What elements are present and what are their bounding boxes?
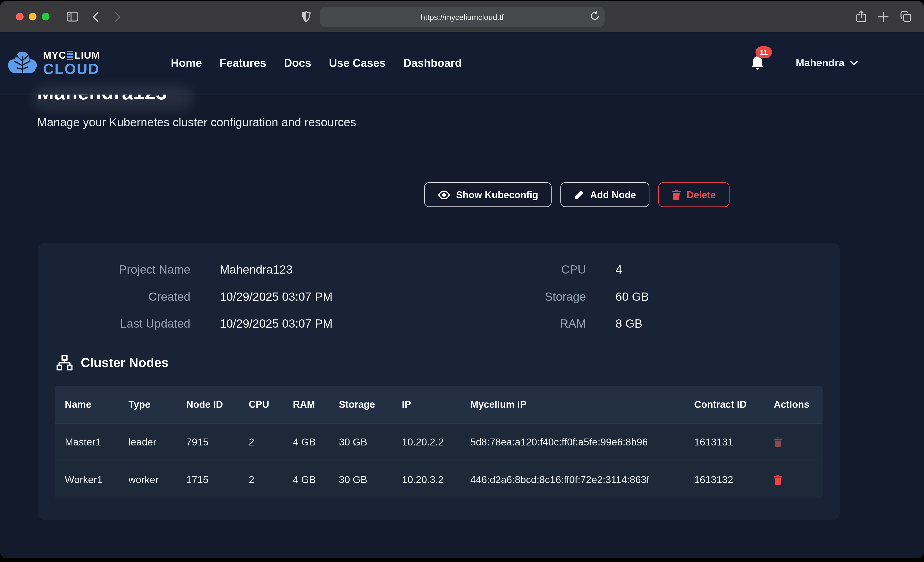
node-type: leader (118, 424, 176, 461)
nav-link-dashboard[interactable]: Dashboard (404, 57, 462, 70)
node-id: 7915 (176, 424, 239, 461)
cluster-nodes-table: Name Type Node ID CPU RAM Storage IP Myc… (55, 386, 823, 498)
info-row-cpu: CPU 4 (451, 263, 823, 277)
table-header-row: Name Type Node ID CPU RAM Storage IP Myc… (55, 386, 823, 423)
minimize-window-button[interactable] (29, 13, 37, 21)
node-cpu: 2 (239, 461, 283, 498)
info-row-last-updated: Last Updated 10/29/2025 03:07 PM (55, 317, 427, 331)
eye-icon (438, 190, 450, 199)
delete-node-button[interactable] (774, 475, 782, 485)
new-tab-icon[interactable] (878, 10, 889, 23)
col-name: Name (55, 386, 118, 423)
nav-link-features[interactable]: Features (219, 57, 266, 70)
site-navbar: MYCLIUM CLOUD Home Features Docs Use Cas… (0, 32, 924, 95)
forward-icon[interactable] (114, 11, 121, 22)
node-type: worker (118, 461, 176, 498)
nav-link-docs[interactable]: Docs (284, 57, 311, 70)
sidebar-toggle-icon[interactable] (67, 12, 78, 21)
pencil-icon (574, 190, 584, 200)
node-mycelium-ip: 5d8:78ea:a120:f40c:ff0f:a5fe:99e6:8b96 (460, 424, 684, 461)
node-id: 1715 (176, 461, 239, 498)
browser-chrome: https://myceliumcloud.tf (0, 1, 924, 32)
cluster-page: Mahendra123 Manage your Kubernetes clust… (0, 94, 924, 558)
node-name: Worker1 (55, 461, 118, 498)
table-row: Master1 leader 7915 2 4 GB 30 GB 10.20.2… (55, 423, 823, 461)
node-contract-id: 1613132 (684, 461, 764, 498)
sitemap-icon (57, 355, 73, 371)
section-title: Cluster Nodes (81, 355, 169, 371)
table-row: Worker1 worker 1715 2 4 GB 30 GB 10.20.3… (55, 461, 823, 498)
col-ram: RAM (283, 386, 329, 423)
tab-overview-icon[interactable] (900, 10, 912, 23)
nav-link-home[interactable]: Home (171, 57, 202, 70)
show-kubeconfig-button[interactable]: Show Kubeconfig (424, 182, 552, 207)
node-name: Master1 (55, 424, 118, 461)
back-icon[interactable] (93, 11, 99, 22)
col-contract-id: Contract ID (684, 386, 764, 423)
node-storage: 30 GB (329, 461, 392, 498)
delete-node-button[interactable] (774, 437, 782, 447)
reload-icon[interactable] (590, 11, 599, 21)
fullscreen-window-button[interactable] (42, 13, 50, 21)
info-row-ram: RAM 8 GB (451, 317, 823, 331)
node-ram: 4 GB (283, 461, 329, 498)
window-controls (16, 13, 50, 21)
notification-count-badge: 11 (755, 46, 772, 58)
node-cpu: 2 (239, 424, 283, 461)
browser-window: https://myceliumcloud.tf (0, 1, 924, 558)
nav-links: Home Features Docs Use Cases Dashboard (171, 57, 462, 70)
brand-name-top: MYCLIUM (43, 50, 100, 60)
privacy-shield-icon[interactable] (302, 11, 310, 22)
col-storage: Storage (329, 386, 392, 423)
node-storage: 30 GB (329, 424, 392, 461)
brand-name-bottom: CLOUD (43, 61, 100, 76)
chevron-down-icon (850, 60, 858, 66)
nav-link-use-cases[interactable]: Use Cases (329, 57, 386, 70)
notifications-button[interactable]: 11 (750, 55, 765, 71)
node-ip: 10.20.2.2 (392, 424, 460, 461)
col-ip: IP (392, 386, 460, 423)
mycelium-cloud-logo-icon (7, 50, 38, 76)
node-contract-id: 1613131 (684, 424, 764, 461)
col-type: Type (118, 386, 176, 423)
col-actions: Actions (764, 386, 823, 423)
delete-cluster-button[interactable]: Delete (658, 182, 729, 207)
col-node-id: Node ID (176, 386, 239, 423)
cluster-actions: Show Kubeconfig Add Node (424, 182, 729, 207)
user-menu[interactable]: Mahendra (796, 57, 858, 69)
node-ip: 10.20.3.2 (392, 461, 460, 498)
trash-icon (774, 475, 782, 485)
user-name: Mahendra (796, 57, 844, 69)
node-mycelium-ip: 446:d2a6:8bcd:8c16:ff0f:72e2:3114:863f (460, 461, 684, 498)
stylized-e-icon (68, 51, 74, 60)
col-mycelium-ip: Mycelium IP (460, 386, 684, 423)
cluster-details-card: Project Name Mahendra123 Created 10/29/2… (38, 243, 840, 520)
trash-icon (774, 437, 782, 447)
page-subtitle: Manage your Kubernetes cluster configura… (37, 116, 356, 129)
info-row-project-name: Project Name Mahendra123 (55, 263, 427, 277)
share-icon[interactable] (856, 10, 866, 23)
node-ram: 4 GB (283, 424, 329, 461)
brand-logo[interactable]: MYCLIUM CLOUD (7, 50, 100, 76)
url-text: https://myceliumcloud.tf (421, 13, 504, 21)
col-cpu: CPU (239, 386, 283, 423)
close-window-button[interactable] (16, 13, 24, 21)
cluster-nodes-header: Cluster Nodes (55, 355, 823, 371)
trash-icon (672, 189, 681, 200)
cluster-info: Project Name Mahendra123 Created 10/29/2… (55, 263, 823, 331)
info-row-created: Created 10/29/2025 03:07 PM (55, 290, 427, 303)
add-node-button[interactable]: Add Node (561, 182, 650, 207)
info-row-storage: Storage 60 GB (451, 290, 823, 303)
address-bar[interactable]: https://myceliumcloud.tf (320, 7, 605, 27)
